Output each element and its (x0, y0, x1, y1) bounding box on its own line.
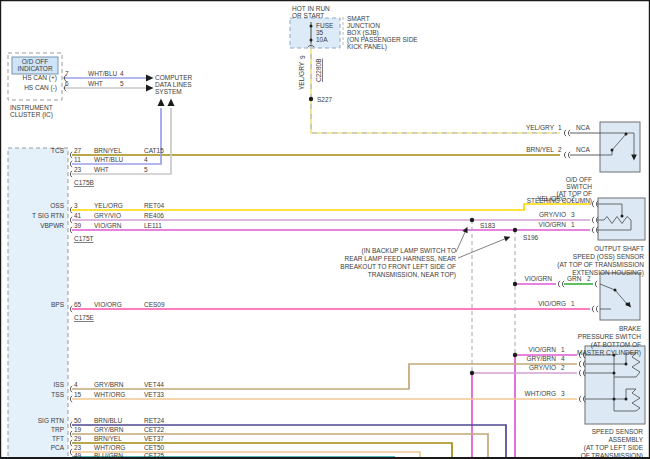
pcm-label: TSS (51, 391, 64, 398)
instrument-cluster-label: INDICATOR (17, 65, 52, 72)
pcm-connector-link[interactable]: C175T (74, 235, 94, 242)
connector-arc-icon (70, 431, 72, 437)
speed-sensor-assembly-label: 1 (561, 346, 565, 353)
connector-arc-icon (592, 227, 594, 233)
splice-dot (470, 218, 474, 222)
pcm-label: BRN/YEL (94, 147, 122, 154)
arrow-icon (504, 234, 512, 241)
power-feed-label: 9 (299, 55, 306, 59)
connector-arc-icon (579, 396, 581, 402)
pcm-label: 15 (74, 391, 82, 398)
brake-pressure-switch-label: VIO/GRN (525, 275, 553, 282)
connector-arc-icon (579, 361, 581, 367)
speed-sensor-assembly-label: SPEED SENSOR (592, 428, 644, 435)
pcm-label: WHT/ORG (94, 444, 125, 451)
connector-arc-icon (70, 217, 72, 223)
speed-sensor-assembly-label: 3 (561, 390, 565, 397)
connector-arc-icon (70, 386, 72, 392)
instrument-cluster-label: HS CAN (-) (24, 84, 57, 92)
speed-sensor-assembly-label: GRY/VIO (529, 364, 556, 371)
connector-arc-icon (592, 217, 594, 223)
od-off-switch-label: SWITCH (566, 183, 592, 190)
pcm-label: 27 (74, 147, 82, 154)
pcm-label: 4 (144, 156, 148, 163)
power-feed-label: SMART (347, 15, 370, 22)
power-feed-label: 35 (316, 29, 324, 36)
pcm-label: 11 (74, 156, 81, 163)
connector-arc-icon (70, 306, 72, 312)
computer-data-lines-label: DATA LINES (155, 81, 192, 88)
oss-sensor-label: 1 (571, 221, 575, 228)
oss-sensor-label: VIO/GRN (539, 221, 567, 228)
yel-gry-feed-wire (311, 44, 560, 133)
brake-pressure-switch-label: 1 (571, 300, 575, 307)
pcm-label: CES09 (144, 301, 165, 308)
pcm-label: CET22 (144, 426, 165, 433)
pcm-label: YEL/ORG (94, 202, 123, 209)
pcm-label: SIG RTN (38, 417, 65, 424)
pcm-label: VBPWR (40, 222, 64, 229)
harness-note-label: TRANSMISSION, NEAR TOP) (368, 271, 456, 279)
junction-dot (613, 398, 616, 401)
pcm-label: 41 (74, 212, 82, 219)
power-feed-connector-link[interactable]: C2280B (315, 59, 322, 83)
od-off-switch-label: 1 (558, 124, 562, 131)
instrument-cluster-label: INSTRUMENT (10, 104, 53, 111)
brake-pressure-switch-label: VIO/ORG (538, 300, 566, 307)
arrow-icon (158, 99, 165, 107)
power-feed-label: S227 (317, 96, 333, 103)
connector-arc-icon (70, 449, 72, 455)
connector-arc-icon (592, 201, 594, 207)
speed-sensor-assembly-label: VIO/GRN (529, 346, 557, 353)
pcm-label: RET04 (144, 202, 165, 209)
connector-arc-icon (592, 306, 594, 312)
pcm-label: VIO/ORG (94, 301, 122, 308)
od-off-switch-label: 2 (558, 146, 562, 153)
pcm-label: VET44 (144, 381, 164, 388)
instrument-cluster-label: WHT/BLU (88, 70, 118, 77)
yel-gry-feed-stripe (311, 44, 560, 133)
oss-sensor-label: 2 (571, 195, 575, 202)
instrument-cluster-label: O/D OFF (22, 58, 48, 65)
instrument-cluster-label: WHT (88, 80, 103, 87)
connector-arc-icon (70, 161, 72, 167)
power-feed-label: FUSE (316, 22, 334, 29)
power-feed-label: JUNCTION (347, 22, 380, 29)
note-pointer-2 (458, 238, 507, 258)
pcm-connector-link[interactable]: C175B (74, 179, 94, 186)
speed-sensor-assembly-label: 4 (561, 355, 565, 362)
pcm-label: OSS (50, 202, 64, 209)
junction-dot (613, 372, 616, 375)
oss-sensor-label: 3 (571, 211, 575, 218)
instrument-cluster-label: CLUSTER (IC) (10, 111, 53, 119)
connector-arc-icon (70, 440, 72, 446)
od-off-switch-label: O/D OFF (566, 176, 592, 183)
od-off-switch-label: BRN/YEL (526, 146, 554, 153)
speed-sensor-assembly-label: (AT TOP LEFT SIDE (584, 444, 644, 452)
junction-dot (621, 215, 624, 218)
pcm-label: 23 (74, 166, 82, 173)
computer-data-lines-label: COMPUTER (155, 74, 193, 81)
harness-note-label: REAR LAMP FEED HARNESS, NEAR (345, 255, 457, 262)
splices-label: S183 (480, 222, 496, 229)
junction-dot (611, 149, 614, 152)
connector-arc-icon (562, 281, 564, 287)
pcm-label: LE111 (144, 222, 162, 229)
od-off-switch-label: NCA (576, 124, 590, 131)
speed-sensor-assembly-label: WHT/ORG (525, 390, 556, 397)
arrow-icon (146, 85, 154, 92)
connector-arc-icon (595, 281, 597, 287)
pcm-label: 39 (74, 222, 82, 229)
junction-dot (625, 133, 628, 136)
pcm-label: CAT15 (144, 147, 164, 154)
brake-pressure-switch-label: GRN (567, 275, 582, 282)
pcm-label: 4 (74, 381, 78, 388)
oss-sensor-label: OUTPUT SHAFT (594, 245, 644, 252)
harness-note-label: (IN BACKUP LAMP SWITCH TO (361, 247, 456, 255)
pcm-label: 3 (74, 202, 78, 209)
brake-pressure-switch-box (600, 273, 640, 320)
brake-pressure-switch-label: BRAKE (619, 325, 642, 332)
junction-dot (625, 398, 628, 401)
pcm-label: VET37 (144, 435, 164, 442)
pcm-connector-link[interactable]: C175E (74, 314, 95, 321)
